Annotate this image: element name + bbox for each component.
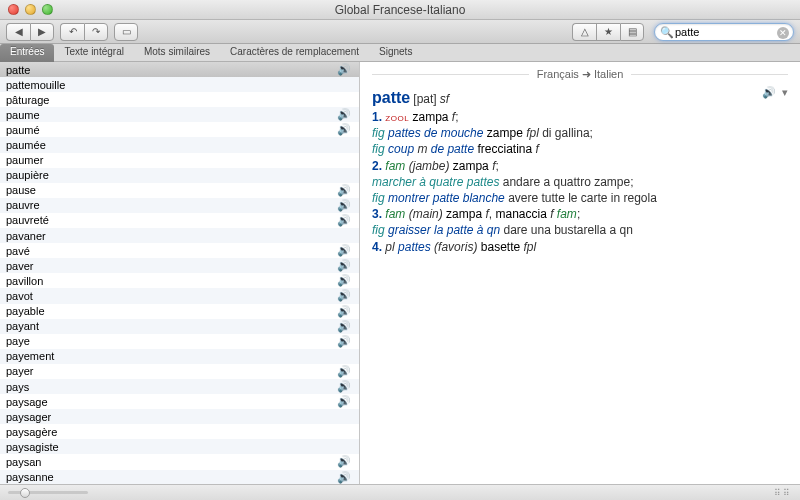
wordlist-row[interactable]: paysager — [0, 409, 359, 424]
speaker-icon[interactable]: 🔊 — [337, 380, 351, 393]
wordlist[interactable]: patte🔊pattemouillepâturagepaume🔊paumé🔊pa… — [0, 62, 360, 484]
speaker-icon[interactable]: 🔊 — [337, 244, 351, 257]
wordlist-row[interactable]: pattemouille — [0, 77, 359, 92]
resize-grip-icon[interactable]: ⠿⠿ — [774, 488, 792, 498]
speaker-icon[interactable]: 🔊 — [337, 63, 351, 76]
wordlist-word: patte — [6, 64, 30, 76]
speaker-icon[interactable]: 🔊 — [337, 108, 351, 121]
speaker-icon[interactable]: 🔊 — [337, 305, 351, 318]
wordlist-word: pavaner — [6, 230, 46, 242]
wordlist-row[interactable]: pauvreté🔊 — [0, 213, 359, 228]
wordlist-word: payement — [6, 350, 54, 362]
speaker-icon[interactable]: 🔊 — [337, 259, 351, 272]
wordlist-row[interactable]: paumée — [0, 137, 359, 152]
wordlist-word: pavot — [6, 290, 33, 302]
entry: patte [pat] sf 1. zool zampa f; fig patt… — [372, 89, 788, 255]
speaker-icon[interactable]: 🔊 — [337, 199, 351, 212]
wordlist-row[interactable]: payer🔊 — [0, 364, 359, 379]
forward-button[interactable]: ▶ — [30, 23, 54, 41]
wordlist-row[interactable]: paupière — [0, 168, 359, 183]
speaker-icon[interactable]: 🔊 — [337, 335, 351, 348]
search-input[interactable] — [675, 26, 775, 38]
tabstrip: EntréesTexte intégralMots similairesCara… — [0, 44, 800, 62]
wordlist-row[interactable]: pavaner — [0, 228, 359, 243]
view-group: ▭ — [114, 23, 138, 41]
wordlist-word: paysan — [6, 456, 41, 468]
speaker-icon[interactable]: 🔊 — [337, 214, 351, 227]
wordlist-row[interactable]: paysagiste — [0, 439, 359, 454]
wordlist-row[interactable]: paysanne🔊 — [0, 470, 359, 484]
entry-body: 1. zool zampa f; fig pattes de mouche za… — [372, 109, 772, 255]
history-fwd-button[interactable]: ↷ — [84, 23, 108, 41]
toolbar: ◀ ▶ ↶ ↷ ▭ △ ★ ▤ 🔍 ✕ — [0, 20, 800, 44]
wordlist-word: pavé — [6, 245, 30, 257]
speaker-icon[interactable]: 🔊 — [337, 184, 351, 197]
wordlist-word: paupière — [6, 169, 49, 181]
search-field[interactable]: 🔍 ✕ — [654, 23, 794, 41]
wordlist-row[interactable]: patte🔊 — [0, 62, 359, 77]
panel-toggle-button[interactable]: ▭ — [114, 23, 138, 41]
back-button[interactable]: ◀ — [6, 23, 30, 41]
wordlist-row[interactable]: paume🔊 — [0, 107, 359, 122]
speaker-icon[interactable]: 🔊 — [337, 320, 351, 333]
wordlist-row[interactable]: paumer — [0, 153, 359, 168]
wordlist-row[interactable]: paver🔊 — [0, 258, 359, 273]
clear-search-icon[interactable]: ✕ — [777, 27, 789, 39]
tab-signets[interactable]: Signets — [369, 44, 422, 62]
speaker-icon[interactable]: 🔊 — [337, 123, 351, 136]
speaker-icon[interactable]: 🔊 — [337, 274, 351, 287]
wordlist-word: paumée — [6, 139, 46, 151]
main-split: patte🔊pattemouillepâturagepaume🔊paumé🔊pa… — [0, 62, 800, 484]
speaker-icon[interactable]: 🔊 — [337, 289, 351, 302]
wordlist-word: pattemouille — [6, 79, 65, 91]
wordlist-row[interactable]: paysan🔊 — [0, 454, 359, 469]
wordlist-word: paver — [6, 260, 34, 272]
pronunciation: [pat] — [413, 92, 436, 106]
wordlist-row[interactable]: payable🔊 — [0, 304, 359, 319]
tab-caract-res-de-remplacement[interactable]: Caractères de remplacement — [220, 44, 369, 62]
tab-entr-es[interactable]: Entrées — [0, 44, 54, 62]
wordlist-row[interactable]: pâturage — [0, 92, 359, 107]
speaker-icon[interactable]: 🔊 — [337, 455, 351, 468]
stack-button[interactable]: ▤ — [620, 23, 644, 41]
speaker-icon[interactable]: 🔊 — [337, 365, 351, 378]
speaker-icon[interactable]: 🔊 — [337, 395, 351, 408]
wordlist-row[interactable]: pauvre🔊 — [0, 198, 359, 213]
nav-group: ◀ ▶ — [6, 23, 54, 41]
detail-panel: Français ➜ Italien 🔊 ▾ patte [pat] sf 1.… — [360, 62, 800, 484]
close-window-button[interactable] — [8, 4, 19, 15]
favorite-button[interactable]: ★ — [596, 23, 620, 41]
wordlist-word: paume — [6, 109, 40, 121]
wordlist-row[interactable]: pavé🔊 — [0, 243, 359, 258]
tab-texte-int-gral[interactable]: Texte intégral — [54, 44, 133, 62]
more-icon[interactable]: ▾ — [782, 86, 788, 99]
wordlist-row[interactable]: paumé🔊 — [0, 122, 359, 137]
speaker-icon[interactable]: 🔊 — [762, 86, 776, 99]
wordlist-word: payant — [6, 320, 39, 332]
wordlist-word: pauvre — [6, 199, 40, 211]
wordlist-row[interactable]: paysage🔊 — [0, 394, 359, 409]
wordlist-word: payable — [6, 305, 45, 317]
wordlist-row[interactable]: pause🔊 — [0, 183, 359, 198]
font-button[interactable]: △ — [572, 23, 596, 41]
wordlist-row[interactable]: paye🔊 — [0, 334, 359, 349]
wordlist-row[interactable]: pavillon🔊 — [0, 273, 359, 288]
history-back-button[interactable]: ↶ — [60, 23, 84, 41]
wordlist-word: paumer — [6, 154, 43, 166]
wordlist-row[interactable]: pavot🔊 — [0, 288, 359, 303]
wordlist-row[interactable]: payement — [0, 349, 359, 364]
history-group: ↶ ↷ — [60, 23, 108, 41]
wordlist-row[interactable]: pays🔊 — [0, 379, 359, 394]
wordlist-row[interactable]: payant🔊 — [0, 319, 359, 334]
minimize-window-button[interactable] — [25, 4, 36, 15]
zoom-slider[interactable] — [8, 490, 88, 496]
tab-mots-similaires[interactable]: Mots similaires — [134, 44, 220, 62]
wordlist-row[interactable]: paysagère — [0, 424, 359, 439]
detail-icons: 🔊 ▾ — [762, 86, 788, 99]
wordlist-word: pavillon — [6, 275, 43, 287]
speaker-icon[interactable]: 🔊 — [337, 471, 351, 484]
wordlist-word: paye — [6, 335, 30, 347]
wordlist-word: paysanne — [6, 471, 54, 483]
zoom-window-button[interactable] — [42, 4, 53, 15]
wordlist-word: pays — [6, 381, 29, 393]
